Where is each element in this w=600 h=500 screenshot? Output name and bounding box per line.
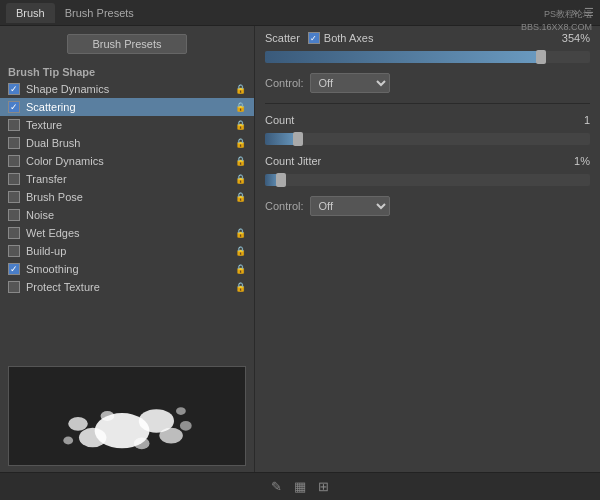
checkbox-noise[interactable] (8, 209, 20, 221)
count-value: 1 (584, 114, 590, 126)
status-icon-3[interactable]: ⊞ (318, 479, 329, 494)
lock-icon-color-dynamics: 🔒 (235, 156, 246, 166)
tab-brush[interactable]: Brush (6, 3, 55, 23)
scatter-label: Scatter (265, 32, 300, 44)
svg-point-4 (68, 417, 88, 431)
lock-icon-build-up: 🔒 (235, 246, 246, 256)
checkbox-shape-dynamics[interactable]: ✓ (8, 83, 20, 95)
watermark: PS教程论坛 BBS.16XX8.COM (521, 8, 592, 33)
svg-point-6 (101, 411, 115, 421)
control-label-1: Control: (265, 77, 304, 89)
control-select-2[interactable]: Off Fade Pen Pressure Pen Tilt (310, 196, 390, 216)
menu-item-noise[interactable]: Noise (0, 206, 254, 224)
label-protect-texture: Protect Texture (26, 281, 100, 293)
lock-icon-brush-pose: 🔒 (235, 192, 246, 202)
count-jitter-row: Count Jitter 1% (265, 155, 590, 167)
label-color-dynamics: Color Dynamics (26, 155, 104, 167)
label-wet-edges: Wet Edges (26, 227, 80, 239)
label-smoothing: Smoothing (26, 263, 79, 275)
svg-point-2 (79, 428, 106, 448)
menu-item-protect-texture[interactable]: Protect Texture🔒 (0, 278, 254, 296)
lock-icon-dual-brush: 🔒 (235, 138, 246, 148)
menu-item-texture[interactable]: Texture🔒 (0, 116, 254, 134)
control-row-2: Control: Off Fade Pen Pressure Pen Tilt (265, 196, 590, 216)
lock-icon-protect-texture: 🔒 (235, 282, 246, 292)
scatter-value: 354% (562, 32, 590, 44)
label-dual-brush: Dual Brush (26, 137, 80, 149)
checkbox-transfer[interactable] (8, 173, 20, 185)
checkbox-brush-pose[interactable] (8, 191, 20, 203)
label-texture: Texture (26, 119, 62, 131)
checkbox-dual-brush[interactable] (8, 137, 20, 149)
menu-item-brush-pose[interactable]: Brush Pose🔒 (0, 188, 254, 206)
label-build-up: Build-up (26, 245, 66, 257)
label-shape-dynamics: Shape Dynamics (26, 83, 109, 95)
checkbox-protect-texture[interactable] (8, 281, 20, 293)
checkbox-scattering[interactable]: ✓ (8, 101, 20, 113)
count-jitter-value: 1% (574, 155, 590, 167)
both-axes-label: Both Axes (324, 32, 374, 44)
label-transfer: Transfer (26, 173, 67, 185)
menu-item-smoothing[interactable]: ✓Smoothing🔒 (0, 260, 254, 278)
checkbox-wet-edges[interactable] (8, 227, 20, 239)
lock-icon-wet-edges: 🔒 (235, 228, 246, 238)
lock-icon-texture: 🔒 (235, 120, 246, 130)
count-jitter-label: Count Jitter (265, 155, 574, 167)
checkbox-color-dynamics[interactable] (8, 155, 20, 167)
label-noise: Noise (26, 209, 54, 221)
both-axes-checkbox[interactable]: ✓ (308, 32, 320, 44)
tab-brush-presets[interactable]: Brush Presets (55, 3, 144, 23)
label-scattering: Scattering (26, 101, 76, 113)
right-panel: Scatter ✓ Both Axes 354% Control: Off Fa… (255, 26, 600, 472)
brush-tip-shape-label: Brush Tip Shape (0, 62, 254, 80)
count-row: Count 1 (265, 114, 590, 126)
status-icon-2[interactable]: ▦ (294, 479, 306, 494)
control-label-2: Control: (265, 200, 304, 212)
control-select-1[interactable]: Off Fade Pen Pressure Pen Tilt (310, 73, 390, 93)
brush-presets-button[interactable]: Brush Presets (67, 34, 187, 54)
count-label: Count (265, 114, 584, 126)
menu-item-color-dynamics[interactable]: Color Dynamics🔒 (0, 152, 254, 170)
menu-item-wet-edges[interactable]: Wet Edges🔒 (0, 224, 254, 242)
lock-icon-transfer: 🔒 (235, 174, 246, 184)
svg-point-8 (63, 437, 73, 445)
tab-bar: Brush Brush Presets » ☰ (0, 0, 600, 26)
svg-point-3 (159, 428, 183, 444)
checkbox-build-up[interactable] (8, 245, 20, 257)
main-content: Brush Presets Brush Tip Shape ✓Shape Dyn… (0, 26, 600, 472)
count-slider[interactable] (265, 133, 590, 145)
menu-item-dual-brush[interactable]: Dual Brush🔒 (0, 134, 254, 152)
lock-icon-scattering: 🔒 (235, 102, 246, 112)
lock-icon-smoothing: 🔒 (235, 264, 246, 274)
label-brush-pose: Brush Pose (26, 191, 83, 203)
checkbox-texture[interactable] (8, 119, 20, 131)
lock-icon-shape-dynamics: 🔒 (235, 84, 246, 94)
svg-point-5 (134, 438, 150, 450)
sidebar: Brush Presets Brush Tip Shape ✓Shape Dyn… (0, 26, 255, 472)
menu-item-scattering[interactable]: ✓Scattering🔒 (0, 98, 254, 116)
panel: PS教程论坛 BBS.16XX8.COM Brush Brush Presets… (0, 0, 600, 500)
scatter-slider[interactable] (265, 51, 590, 63)
divider-1 (265, 103, 590, 104)
menu-item-transfer[interactable]: Transfer🔒 (0, 170, 254, 188)
brush-preview (8, 366, 246, 466)
control-row-1: Control: Off Fade Pen Pressure Pen Tilt (265, 73, 590, 93)
svg-point-7 (180, 421, 192, 431)
menu-item-shape-dynamics[interactable]: ✓Shape Dynamics🔒 (0, 80, 254, 98)
menu-items: ✓Shape Dynamics🔒✓Scattering🔒Texture🔒Dual… (0, 80, 254, 360)
scatter-row: Scatter ✓ Both Axes 354% (265, 32, 590, 44)
menu-item-build-up[interactable]: Build-up🔒 (0, 242, 254, 260)
checkbox-smoothing[interactable]: ✓ (8, 263, 20, 275)
svg-point-9 (176, 407, 186, 415)
status-icon-1[interactable]: ✎ (271, 479, 282, 494)
count-jitter-slider[interactable] (265, 174, 590, 186)
status-bar: ✎ ▦ ⊞ (0, 472, 600, 500)
